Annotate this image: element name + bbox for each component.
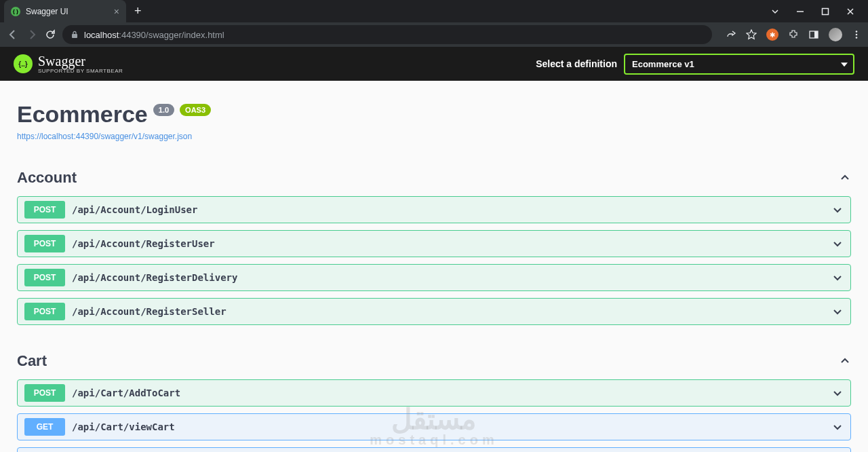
tab-favicon-icon: { }	[11, 7, 20, 16]
chevron-up-icon	[839, 355, 851, 367]
chevron-down-icon	[831, 204, 844, 216]
browser-tab-bar: { } Swagger UI × +	[0, 0, 868, 22]
profile-avatar[interactable]	[829, 28, 842, 41]
url-text: localhost:44390/swagger/index.html	[84, 30, 224, 40]
minimize-icon[interactable]	[796, 7, 804, 16]
new-tab-button[interactable]: +	[134, 4, 142, 18]
forward-icon[interactable]	[26, 29, 38, 41]
lock-icon	[71, 31, 79, 39]
tag-header[interactable]: Account	[17, 169, 851, 187]
svg-point-6	[856, 37, 858, 39]
menu-icon[interactable]	[852, 30, 861, 39]
svg-rect-3	[814, 31, 818, 38]
operation-row[interactable]: GET/api/Cart/DeleteProductInCart	[17, 447, 851, 452]
chevron-down-icon	[831, 305, 844, 318]
swagger-topbar: {..} Swagger SUPPORTED BY SMARTBEAR Sele…	[0, 47, 868, 81]
operation-path: /api/Account/RegisterUser	[72, 238, 831, 249]
svg-point-4	[856, 31, 858, 33]
chevron-down-icon	[831, 421, 844, 433]
chevron-down-icon	[831, 271, 844, 284]
definition-select[interactable]: Ecommerce v1	[624, 54, 854, 75]
swagger-logo-icon: {..}	[14, 54, 33, 73]
definition-label: Select a definition	[536, 58, 617, 69]
swagger-supported-by: SUPPORTED BY SMARTBEAR	[38, 68, 123, 74]
operation-row[interactable]: POST/api/Account/LoginUser	[17, 196, 851, 223]
swagger-brand: Swagger	[38, 54, 85, 69]
url-bar[interactable]: localhost:44390/swagger/index.html	[62, 25, 712, 44]
chevron-down-icon	[831, 387, 844, 399]
browser-tab[interactable]: { } Swagger UI ×	[4, 0, 126, 22]
operation-path: /api/Account/RegisterDelivery	[72, 272, 831, 283]
tag-name: Account	[17, 169, 77, 187]
maximize-icon[interactable]	[821, 7, 829, 16]
operation-row[interactable]: POST/api/Cart/AddToCart	[17, 379, 851, 407]
api-version-badge: 1.0	[153, 104, 174, 116]
close-tab-icon[interactable]: ×	[114, 6, 119, 17]
svg-rect-0	[823, 8, 829, 14]
http-method-badge: POST	[24, 201, 65, 219]
browser-toolbar: localhost:44390/swagger/index.html ✱	[0, 22, 868, 47]
svg-rect-1	[72, 34, 77, 38]
swagger-logo: {..} Swagger SUPPORTED BY SMARTBEAR	[14, 54, 123, 74]
tag-header[interactable]: Cart	[17, 352, 851, 370]
extensions-icon[interactable]	[788, 29, 799, 40]
reload-icon[interactable]	[45, 29, 56, 40]
tag-section: AccountPOST/api/Account/LoginUserPOST/ap…	[17, 169, 851, 325]
operation-row[interactable]: POST/api/Account/RegisterUser	[17, 230, 851, 257]
svg-point-5	[856, 34, 858, 36]
api-title: Ecommerce 1.0 OAS3	[17, 101, 211, 128]
share-icon[interactable]	[726, 29, 736, 40]
operation-row[interactable]: POST/api/Account/RegisterDelivery	[17, 264, 851, 291]
star-icon[interactable]	[746, 29, 757, 40]
panel-icon[interactable]	[808, 29, 819, 40]
operation-path: /api/Cart/viewCart	[72, 421, 831, 432]
swagger-content: Ecommerce 1.0 OAS3 https://localhost:443…	[0, 81, 868, 452]
tag-section: CartPOST/api/Cart/AddToCartGET/api/Cart/…	[17, 352, 851, 452]
window-controls	[771, 7, 868, 16]
operation-row[interactable]: GET/api/Cart/viewCart	[17, 413, 851, 440]
chevron-up-icon	[839, 172, 851, 184]
chevron-down-icon[interactable]	[771, 7, 779, 16]
tag-name: Cart	[17, 352, 47, 370]
operation-path: /api/Cart/AddToCart	[72, 388, 831, 398]
close-window-icon[interactable]	[846, 7, 854, 16]
toolbar-right: ✱	[719, 28, 861, 41]
spec-url-link[interactable]: https://localhost:44390/swagger/v1/swagg…	[17, 132, 192, 141]
http-method-badge: GET	[24, 418, 65, 436]
http-method-badge: POST	[24, 384, 65, 402]
http-method-badge: POST	[24, 235, 65, 252]
http-method-badge: POST	[24, 269, 65, 286]
extension-icon[interactable]: ✱	[766, 29, 778, 41]
operation-row[interactable]: POST/api/Account/RegisterSeller	[17, 298, 851, 325]
operation-path: /api/Account/RegisterSeller	[72, 306, 831, 317]
http-method-badge: POST	[24, 303, 65, 320]
tab-title: Swagger UI	[26, 7, 108, 16]
chevron-down-icon	[831, 238, 844, 250]
back-icon[interactable]	[7, 29, 19, 41]
oas-version-badge: OAS3	[180, 104, 211, 116]
operation-path: /api/Account/LoginUser	[72, 204, 831, 215]
